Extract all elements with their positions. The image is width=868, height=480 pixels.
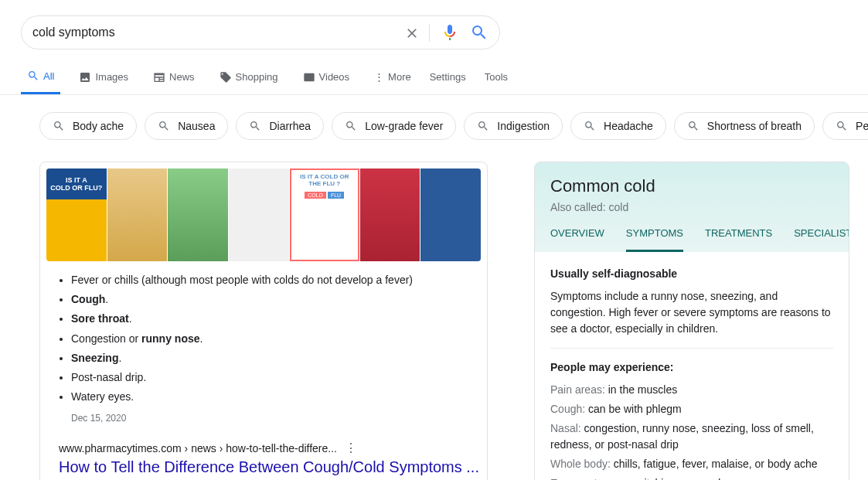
search-box[interactable] — [21, 15, 500, 49]
related-chip[interactable]: Low-grade fever — [332, 112, 456, 140]
tab-shopping[interactable]: Shopping — [213, 63, 284, 94]
thumbnail[interactable]: IS IT ACOLD OR FLU? — [46, 169, 107, 261]
symptom-item: Sore throat. — [71, 309, 481, 329]
tab-label: Images — [95, 71, 128, 83]
symptoms-list: Fever or chills (although most people wi… — [46, 271, 481, 407]
related-chip[interactable]: Nausea — [145, 112, 228, 140]
thumbnail[interactable] — [168, 169, 228, 261]
featured-snippet: IS IT ACOLD OR FLU? IS IT A COLD OR THE … — [39, 162, 488, 480]
related-chip[interactable]: Persistent — [822, 112, 868, 140]
tab-news[interactable]: News — [147, 63, 201, 94]
thumbnail[interactable] — [229, 169, 289, 261]
search-icon — [687, 120, 700, 132]
symptom-line: Whole body: chills, fatigue, fever, mala… — [550, 456, 833, 472]
symptom-line: Pain areas: in the muscles — [550, 382, 833, 398]
result-title-link[interactable]: How to Tell the Difference Between Cough… — [59, 458, 481, 476]
kp-title: Common cold — [550, 176, 833, 196]
symptom-line: Eyes: watery eyes, itchiness, or redness — [550, 475, 833, 480]
cite-menu-icon[interactable]: ⋮ — [345, 441, 357, 455]
related-chip[interactable]: Headache — [570, 112, 666, 140]
search-icon[interactable] — [470, 23, 488, 42]
search-icon — [345, 120, 357, 132]
thumbnail[interactable] — [420, 169, 481, 261]
related-chip[interactable]: Indigestion — [464, 112, 563, 140]
snippet-date: Dec 15, 2020 — [71, 413, 481, 424]
symptom-item: Cough. — [71, 290, 481, 309]
kp-tab[interactable]: SPECIALISTS — [794, 227, 849, 252]
nav-tabs: All Images News Shopping Videos ⋮ More S… — [0, 49, 868, 95]
image-thumbnails[interactable]: IS IT ACOLD OR FLU? IS IT A COLD OR THE … — [46, 169, 481, 261]
symptom-item: Congestion or runny nose. — [71, 329, 481, 349]
clear-icon[interactable] — [404, 24, 430, 42]
thumbnail[interactable] — [360, 169, 420, 261]
related-chip[interactable]: Body ache — [39, 112, 137, 140]
result-cite[interactable]: www.pharmacytimes.com › news › how-to-te… — [59, 442, 337, 454]
tab-label: News — [169, 71, 195, 83]
symptom-item: Watery eyes. — [71, 387, 481, 407]
tools-link[interactable]: Tools — [485, 63, 508, 93]
tab-videos[interactable]: Videos — [297, 63, 356, 94]
tab-more[interactable]: ⋮ More — [368, 63, 417, 93]
tab-all[interactable]: All — [21, 62, 60, 94]
thumbnail[interactable]: IS IT A COLD OR THE FLU ?COLD FLU — [290, 169, 359, 261]
kp-tab[interactable]: OVERVIEW — [550, 227, 604, 252]
symptom-item: Post-nasal drip. — [71, 368, 481, 387]
symptom-item: Fever or chills (although most people wi… — [71, 271, 481, 290]
kp-tab[interactable]: SYMPTOMS — [626, 227, 683, 252]
search-icon — [158, 120, 170, 132]
tab-label: Videos — [319, 71, 350, 83]
search-input[interactable] — [32, 26, 404, 39]
symptom-item: Sneezing. — [71, 349, 481, 368]
tab-label: More — [388, 71, 411, 83]
symptom-line: Nasal: congestion, runny nose, sneezing,… — [550, 420, 833, 453]
search-icon — [249, 120, 261, 132]
knowledge-panel: Common cold Also called: cold OVERVIEWSY… — [534, 162, 849, 480]
tab-images[interactable]: Images — [73, 63, 134, 94]
search-icon — [836, 120, 848, 132]
kp-sub-value: cold — [608, 201, 628, 213]
settings-link[interactable]: Settings — [430, 63, 466, 93]
tab-label: Shopping — [236, 71, 278, 83]
kp-sub-label: Also called: — [550, 201, 606, 213]
tab-label: All — [43, 70, 54, 82]
related-chips: Body acheNauseaDiarrheaLow-grade feverIn… — [0, 95, 868, 140]
search-icon — [477, 120, 489, 132]
kp-tab[interactable]: TREATMENTS — [705, 227, 772, 252]
kp-exp-title: People may experience: — [550, 359, 833, 376]
more-icon: ⋮ — [374, 71, 384, 83]
thumbnail[interactable] — [107, 169, 168, 261]
related-chip[interactable]: Diarrhea — [236, 112, 324, 140]
kp-diag-title: Usually self-diagnosable — [550, 266, 833, 282]
voice-search-icon[interactable] — [441, 23, 459, 42]
search-icon — [584, 120, 596, 132]
symptom-line: Cough: can be with phlegm — [550, 401, 833, 417]
search-icon — [53, 120, 65, 132]
related-chip[interactable]: Shortness of breath — [674, 112, 815, 140]
kp-diag-desc: Symptoms include a runny nose, sneezing,… — [550, 288, 833, 349]
